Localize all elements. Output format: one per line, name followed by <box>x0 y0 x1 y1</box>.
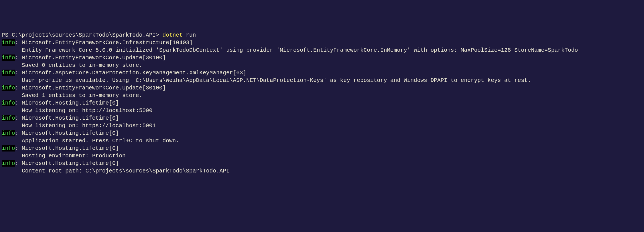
terminal-output[interactable]: PS C:\projects\sources\SparkTodo\SparkTo… <box>2 31 642 175</box>
log-sep: : <box>15 70 22 76</box>
prompt-prefix: PS C:\projects\sources\SparkTodo\SparkTo… <box>2 32 162 38</box>
log-level-info: info <box>2 39 15 46</box>
log-level-info: info <box>2 70 15 76</box>
log-sep: : <box>15 145 22 151</box>
log-sep: : <box>15 100 22 106</box>
log-source: Microsoft.EntityFrameworkCore.Update[301… <box>22 55 166 61</box>
log-level-info: info <box>2 100 15 106</box>
log-level-info: info <box>2 85 15 91</box>
log-message: Saved 0 entities to in-memory store. <box>2 61 642 69</box>
log-message: Hosting environment: Production <box>2 152 642 160</box>
log-entry: info: Microsoft.Hosting.Lifetime[0] <box>2 160 642 167</box>
command-arg: run <box>183 32 196 38</box>
log-message: Now listening on: https://localhost:5001 <box>2 122 642 129</box>
log-sep: : <box>15 160 22 167</box>
log-message: Saved 1 entities to in-memory store. <box>2 92 642 99</box>
log-sep: : <box>15 85 22 91</box>
log-message: Content root path: C:\projects\sources\S… <box>2 167 642 175</box>
log-level-info: info <box>2 160 15 167</box>
log-sep: : <box>15 130 22 136</box>
log-source: Microsoft.AspNetCore.DataProtection.KeyM… <box>22 70 246 76</box>
log-level-info: info <box>2 115 15 121</box>
log-message: Application started. Press Ctrl+C to shu… <box>2 137 642 145</box>
log-entry: info: Microsoft.EntityFrameworkCore.Upda… <box>2 84 642 92</box>
log-level-info: info <box>2 55 15 61</box>
log-source: Microsoft.Hosting.Lifetime[0] <box>22 100 119 106</box>
log-source: Microsoft.EntityFrameworkCore.Infrastruc… <box>22 39 193 46</box>
log-source: Microsoft.Hosting.Lifetime[0] <box>22 160 119 167</box>
log-source: Microsoft.EntityFrameworkCore.Update[301… <box>22 85 166 91</box>
prompt-line: PS C:\projects\sources\SparkTodo\SparkTo… <box>2 31 642 39</box>
log-sep: : <box>15 55 22 61</box>
log-entry: info: Microsoft.Hosting.Lifetime[0] <box>2 99 642 107</box>
log-source: Microsoft.Hosting.Lifetime[0] <box>22 145 119 151</box>
log-source: Microsoft.Hosting.Lifetime[0] <box>22 115 119 121</box>
command-name: dotnet <box>162 32 183 38</box>
log-entry: info: Microsoft.Hosting.Lifetime[0] <box>2 114 642 122</box>
log-message: Now listening on: http://localhost:5000 <box>2 107 642 114</box>
log-sep: : <box>15 115 22 121</box>
log-entry: info: Microsoft.EntityFrameworkCore.Infr… <box>2 39 642 46</box>
log-level-info: info <box>2 145 15 151</box>
log-message: User profile is available. Using 'C:\Use… <box>2 77 642 84</box>
log-source: Microsoft.Hosting.Lifetime[0] <box>22 130 119 136</box>
log-entry: info: Microsoft.Hosting.Lifetime[0] <box>2 129 642 137</box>
log-entry: info: Microsoft.EntityFrameworkCore.Upda… <box>2 54 642 61</box>
log-entry: info: Microsoft.Hosting.Lifetime[0] <box>2 145 642 152</box>
log-level-info: info <box>2 130 15 136</box>
log-entry: info: Microsoft.AspNetCore.DataProtectio… <box>2 69 642 77</box>
log-sep: : <box>15 39 22 46</box>
log-message: Entity Framework Core 5.0.0 initialized … <box>2 46 642 54</box>
